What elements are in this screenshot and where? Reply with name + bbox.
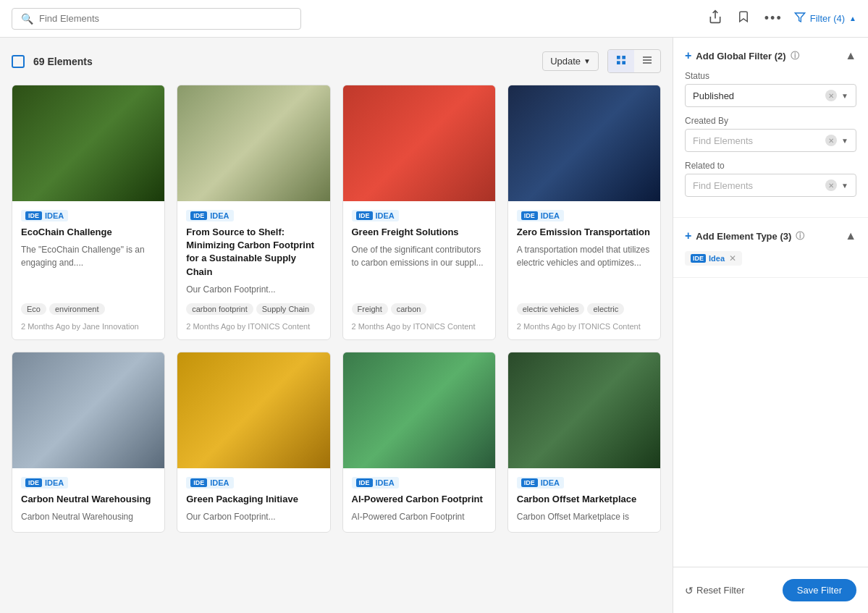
add-element-type-icon[interactable]: + xyxy=(685,229,691,242)
idea-badge-1: IDEA xyxy=(45,211,64,220)
type-badge-5: IDE IDEA xyxy=(21,477,68,489)
idea-badge-6: IDEA xyxy=(210,478,229,487)
status-filter-field: Status Published ✕ ▼ xyxy=(685,71,856,107)
filter-icon xyxy=(794,12,806,26)
svg-rect-4 xyxy=(622,61,625,64)
export-button[interactable] xyxy=(705,7,725,30)
card-7[interactable]: IDE IDEA AI-Powered Carbon Footprint AI-… xyxy=(342,352,496,533)
global-filter-label: Add Global Filter (2) xyxy=(696,51,785,62)
element-type-section: + Add Element Type (3) ⓘ ▲ IDE Idea ✕ xyxy=(673,218,868,278)
content-area: 69 Elements Update ▼ xyxy=(0,38,673,613)
info-icon-global[interactable]: ⓘ xyxy=(791,50,799,62)
related-to-select[interactable]: Find Elements ✕ ▼ xyxy=(685,174,856,197)
card-meta-4: 2 Months Ago by ITONICS Content xyxy=(517,322,652,331)
element-type-idea-tag: IDE Idea ✕ xyxy=(685,251,742,266)
card-desc-3: One of the significant contributors to c… xyxy=(352,243,486,296)
card-image-4 xyxy=(508,85,660,201)
card-title-2: From Source to Shelf: Minimizing Carbon … xyxy=(186,226,321,279)
ide-small-badge: IDE xyxy=(691,254,706,263)
card-8[interactable]: IDE IDEA Carbon Offset Marketplace Carbo… xyxy=(507,352,661,533)
type-badge-4: IDE IDEA xyxy=(517,210,564,221)
card-image-2 xyxy=(177,85,329,201)
filter-button[interactable]: Filter (4) ▲ xyxy=(794,12,856,26)
search-input[interactable] xyxy=(39,13,292,24)
card-image-3 xyxy=(343,85,495,201)
status-filter-actions: ✕ ▼ xyxy=(825,90,848,101)
created-by-actions: ✕ ▼ xyxy=(825,135,848,146)
remove-idea-tag-button[interactable]: ✕ xyxy=(729,253,736,263)
status-clear-button[interactable]: ✕ xyxy=(825,90,837,101)
tag-eco[interactable]: Eco xyxy=(21,303,46,315)
tag-environment[interactable]: environment xyxy=(49,303,105,315)
card-title-7: AI-Powered Carbon Footprint xyxy=(352,493,486,506)
tag-electric[interactable]: electric xyxy=(587,303,624,315)
idea-badge-7: IDEA xyxy=(376,478,395,487)
add-global-filter-icon[interactable]: + xyxy=(685,49,691,62)
grid-view-button[interactable] xyxy=(608,50,634,72)
card-tags-3: Freight carbon xyxy=(352,303,486,315)
right-panel: + Add Global Filter (2) ⓘ ▲ Status Publi… xyxy=(673,38,868,613)
tag-carbon-footprint[interactable]: carbon footprint xyxy=(186,303,253,315)
global-filter-title: + Add Global Filter (2) ⓘ xyxy=(685,49,799,62)
card-meta-1: 2 Months Ago by Jane Innovation xyxy=(21,322,156,331)
card-desc-8: Carbon Offset Marketplace is xyxy=(517,510,652,523)
element-type-tags: IDE Idea ✕ xyxy=(685,251,856,266)
type-badge-3: IDE IDEA xyxy=(352,210,399,221)
card-body-5: IDE IDEA Carbon Neutral Warehousing Carb… xyxy=(12,468,164,532)
related-to-actions: ✕ ▼ xyxy=(825,179,848,191)
created-by-select[interactable]: Find Elements ✕ ▼ xyxy=(685,129,856,152)
global-filter-section: + Add Global Filter (2) ⓘ ▲ Status Publi… xyxy=(673,38,868,218)
related-to-clear-button[interactable]: ✕ xyxy=(825,179,837,191)
element-type-label: Add Element Type (3) xyxy=(696,231,791,242)
header-right: Update ▼ xyxy=(542,49,661,73)
card-body-2: IDE IDEA From Source to Shelf: Minimizin… xyxy=(177,201,329,339)
select-all-checkbox[interactable] xyxy=(12,55,25,68)
reset-filter-button[interactable]: ↺ Reset Filter xyxy=(685,585,744,596)
card-5[interactable]: IDE IDEA Carbon Neutral Warehousing Carb… xyxy=(12,352,165,533)
card-4[interactable]: IDE IDEA Zero Emission Transportation A … xyxy=(507,85,661,340)
card-tags-4: electric vehicles electric xyxy=(517,303,652,315)
status-filter-select[interactable]: Published ✕ ▼ xyxy=(685,84,856,107)
card-body-8: IDE IDEA Carbon Offset Marketplace Carbo… xyxy=(508,468,660,532)
panel-footer: ↺ Reset Filter Save Filter xyxy=(673,567,868,613)
idea-small-label: Idea xyxy=(709,254,725,263)
top-actions: Export to Excel ••• Filter (4) ▲ xyxy=(705,7,856,30)
collapse-global-filter-icon[interactable]: ▲ xyxy=(845,49,856,62)
tag-freight[interactable]: Freight xyxy=(352,303,388,315)
reset-icon: ↺ xyxy=(685,585,694,596)
card-title-4: Zero Emission Transportation xyxy=(517,226,652,239)
top-bar: 🔍 Export to Excel ••• Filt xyxy=(0,0,868,38)
card-title-1: EcoChain Challenge xyxy=(21,226,156,239)
card-meta-2: 2 Months Ago by ITONICS Content xyxy=(186,322,321,331)
created-by-clear-button[interactable]: ✕ xyxy=(825,135,837,146)
card-title-5: Carbon Neutral Warehousing xyxy=(21,493,156,506)
card-2[interactable]: IDE IDEA From Source to Shelf: Minimizin… xyxy=(177,85,330,340)
created-by-placeholder: Find Elements xyxy=(693,135,825,146)
card-3[interactable]: IDE IDEA Green Freight Solutions One of … xyxy=(342,85,496,340)
update-button[interactable]: Update ▼ xyxy=(542,51,599,71)
search-box[interactable]: 🔍 xyxy=(12,8,301,30)
ide-badge-2: IDE xyxy=(190,211,207,220)
list-view-button[interactable] xyxy=(634,50,660,72)
chevron-up-icon: ▲ xyxy=(849,14,856,22)
tag-electric-vehicles[interactable]: electric vehicles xyxy=(517,303,585,315)
more-options-button[interactable]: ••• xyxy=(762,8,785,29)
ide-badge-8: IDE xyxy=(521,478,538,487)
related-to-filter-field: Related to Find Elements ✕ ▼ xyxy=(685,161,856,197)
tag-carbon[interactable]: carbon xyxy=(391,303,427,315)
save-filter-button[interactable]: Save Filter xyxy=(783,579,856,601)
card-6[interactable]: IDE IDEA Green Packaging Initiave Our Ca… xyxy=(177,352,330,533)
collapse-element-type-icon[interactable]: ▲ xyxy=(845,229,856,242)
card-desc-5: Carbon Neutral Warehousing xyxy=(21,510,156,523)
info-icon-element-type[interactable]: ⓘ xyxy=(796,230,804,242)
bookmark-button[interactable] xyxy=(734,7,753,30)
reset-label: Reset Filter xyxy=(696,585,744,596)
card-desc-4: A transportation model that utilizes ele… xyxy=(517,243,652,296)
idea-badge-3: IDEA xyxy=(376,211,395,220)
tag-supply-chain[interactable]: Supply Chain xyxy=(256,303,315,315)
card-1[interactable]: IDE IDEA EcoChain Challenge The "EcoChai… xyxy=(12,85,165,340)
status-filter-label: Status xyxy=(685,71,856,81)
ide-badge-7: IDE xyxy=(356,478,373,487)
search-icon: 🔍 xyxy=(21,13,33,25)
element-type-header: + Add Element Type (3) ⓘ ▲ xyxy=(685,229,856,242)
